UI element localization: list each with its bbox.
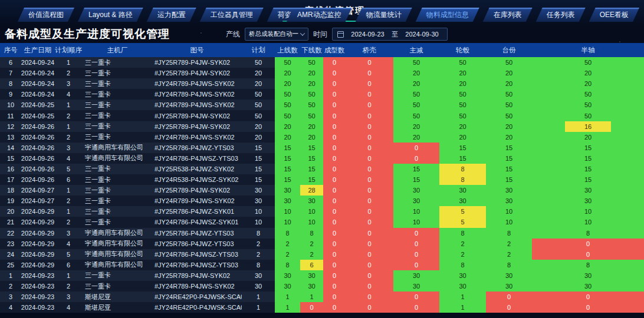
cell-plan: 8 (242, 260, 275, 270)
cell-no: 23 (0, 238, 21, 249)
cell-banzhou: 8 (532, 260, 644, 270)
status-cell: 0 (486, 302, 532, 313)
status-cell: 0 (346, 100, 393, 110)
status-cell: 0 (346, 238, 393, 249)
status-cell: 0 (346, 185, 393, 196)
cell-seq: 6 (54, 174, 83, 185)
cell-no: 22 (0, 228, 21, 238)
cell-no: 13 (0, 132, 21, 143)
status-cell: 0 (393, 302, 439, 313)
cell-value: 20 (565, 132, 611, 143)
status-cell: 8 (439, 260, 486, 270)
status-cell: 28 (300, 185, 323, 196)
nav-group-left: 价值流程图Layout & 路径运力配置工位器具管理荷姿标准 (18, 8, 317, 22)
nav-tab-right-1[interactable]: 物流量统计 (356, 8, 412, 22)
cell-date: 2024-09-29 (21, 249, 54, 260)
status-cell: 0 (323, 132, 346, 143)
status-cell: 50 (486, 110, 532, 121)
status-cell: 8 (486, 228, 532, 238)
status-cell: 30 (300, 270, 323, 281)
cell-date: 2024-09-23 (21, 292, 54, 302)
status-cell: 15 (393, 164, 439, 174)
status-cell: 50 (275, 89, 300, 100)
date-range-picker[interactable]: 2024-09-23 至 2024-09-30 (332, 28, 448, 41)
cell-date: 2024-09-23 (21, 270, 54, 281)
nav-tab-right-3[interactable]: 在库列表 (483, 8, 533, 22)
status-cell: 0 (323, 217, 346, 227)
status-cell: 10 (275, 206, 300, 217)
cell-oem: 三一重卡 (83, 206, 152, 217)
cell-no: 10 (0, 100, 21, 110)
status-cell: 30 (486, 281, 532, 292)
status-cell: 30 (300, 281, 323, 292)
cell-no: 8 (0, 78, 21, 89)
status-cell: 20 (439, 132, 486, 143)
status-cell: 50 (275, 100, 300, 110)
cell-seq: 1 (54, 270, 83, 281)
status-cell: 0 (346, 196, 393, 206)
status-cell: 20 (439, 68, 486, 78)
cell-oem: 三一重卡 (83, 185, 152, 196)
status-cell: 0 (393, 260, 439, 270)
cell-date: 2024-09-24 (21, 57, 54, 68)
column-header: 桥壳 (346, 46, 393, 55)
table-row: 62024-09-241三一重卡#JY25R789-P4JW-SYK025050… (0, 57, 644, 68)
status-cell: 10 (393, 217, 439, 227)
table-row: 242024-09-295宇通商用车有限公司#JY24R786-P4JWSZ-Y… (0, 249, 644, 260)
status-cell: 15 (486, 143, 532, 153)
time-filter-label: 时间 (313, 29, 327, 39)
status-cell: 0 (323, 292, 346, 302)
cell-part: #JY25R786-P4JWZ-YTS03 (152, 238, 242, 249)
cell-value: 20 (565, 68, 611, 78)
cell-date: 2024-09-24 (21, 89, 54, 100)
nav-tab-left-1[interactable]: Layout & 路径 (78, 8, 143, 22)
cell-oem: 三一重卡 (83, 78, 152, 89)
cell-oem: 三一重卡 (83, 121, 152, 132)
nav-tab-right-5[interactable]: OEE看板 (589, 8, 639, 22)
cell-oem: 宇通商用车有限公司 (83, 249, 152, 260)
cell-seq: 2 (54, 110, 83, 121)
cell-seq: 6 (54, 260, 83, 270)
status-cell: 0 (346, 153, 393, 164)
nav-tab-right-4[interactable]: 任务列表 (536, 8, 586, 22)
table-row: 72024-09-242三一重卡#JY25R789-P4JW-SYK022020… (0, 68, 644, 78)
cell-no: 16 (0, 164, 21, 174)
cell-part: #JY25R786-P4JWZ-SYK01 (152, 206, 242, 217)
status-cell: 8 (275, 260, 300, 270)
status-cell: 0 (346, 292, 393, 302)
cell-seq: 4 (54, 238, 83, 249)
nav-tab-right-0[interactable]: AMR动态监控 (287, 8, 352, 22)
status-cell: 1 (275, 292, 300, 302)
table-row: 172024-09-266三一重卡#JY24R538-P4JWSZ-SYK021… (0, 174, 644, 185)
cell-no: 2 (0, 281, 21, 292)
cell-no: 12 (0, 121, 21, 132)
cell-value: 0 (565, 238, 611, 249)
cell-oem: 三一重卡 (83, 68, 152, 78)
status-cell: 1 (275, 302, 300, 313)
cell-plan: 20 (242, 78, 275, 89)
status-cell: 2 (275, 238, 300, 249)
status-cell: 0 (323, 185, 346, 196)
date-from[interactable]: 2024-09-23 (347, 31, 388, 38)
status-cell: 10 (393, 206, 439, 217)
column-header: 半轴 (532, 46, 644, 55)
table-row: 122024-09-261三一重卡#JY25R789-P4JW-SYK02202… (0, 121, 644, 132)
nav-tab-left-3[interactable]: 工位器具管理 (200, 8, 264, 22)
table-row: 12024-09-231三一重卡#JY25R789-P4JW-SYK023030… (0, 270, 644, 281)
status-cell: 0 (346, 249, 393, 260)
nav-tab-left-2[interactable]: 运力配置 (147, 8, 196, 22)
cell-banzhou: 8 (532, 228, 644, 238)
cell-banzhou: 20 (532, 132, 644, 143)
nav-tab-right-2[interactable]: 物料成型信息 (416, 8, 479, 22)
date-to[interactable]: 2024-09-30 (402, 31, 442, 38)
calendar-icon (337, 31, 344, 38)
status-cell: 20 (300, 121, 323, 132)
cell-no: 17 (0, 174, 21, 185)
table-row: 32024-09-233斯堪尼亚#JY24RE42P0-P4JWSK-SCA03… (0, 292, 644, 302)
status-cell: 2 (300, 238, 323, 249)
status-cell: 20 (486, 68, 532, 78)
status-cell: 0 (323, 68, 346, 78)
line-select[interactable]: 桥总成装配自动一线 (245, 28, 308, 41)
status-cell: 50 (439, 57, 486, 68)
nav-tab-left-0[interactable]: 价值流程图 (18, 8, 74, 22)
